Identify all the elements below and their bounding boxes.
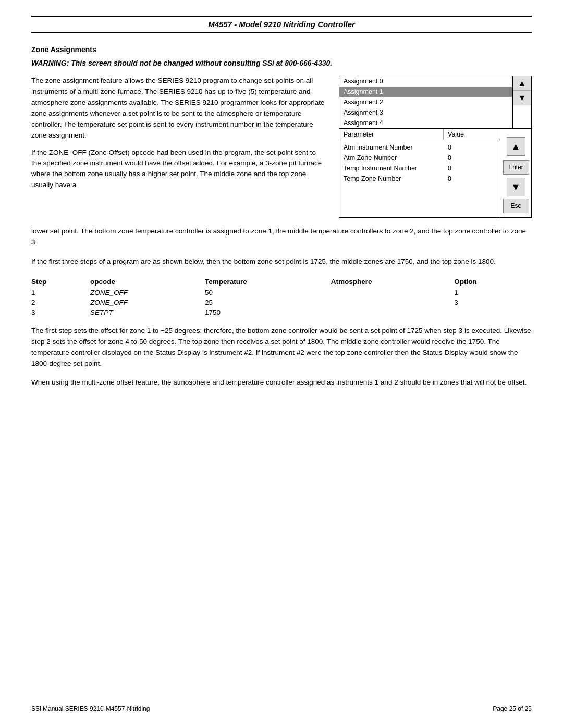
- table-row: Temp Zone Number 0: [339, 174, 500, 184]
- para1: The zone assignment feature allows the S…: [31, 76, 326, 141]
- step-table: Step opcode Temperature Atmosphere Optio…: [31, 276, 532, 317]
- list-item[interactable]: Assignment 2: [339, 97, 512, 107]
- ui-box: Assignment 0 Assignment 1 Assignment 2 A…: [339, 76, 532, 218]
- cell-step: 3: [31, 307, 90, 317]
- table-row: Atm Zone Number 0: [339, 153, 500, 163]
- page-header: M4557 - Model 9210 Nitriding Controller: [31, 16, 532, 33]
- param-header-row: Parameter Value: [339, 129, 500, 140]
- footer-right: Page 25 of 25: [493, 705, 532, 712]
- list-item[interactable]: Assignment 0: [339, 76, 512, 87]
- param-table-wrapper: Parameter Value Atm Instrument Number 0 …: [339, 129, 500, 217]
- cell-option: 1: [454, 288, 532, 298]
- content-area: The zone assignment feature allows the S…: [31, 76, 532, 218]
- para3: lower set point. The bottom zone tempera…: [31, 226, 532, 248]
- enter-button[interactable]: Enter: [503, 160, 529, 175]
- col-header-opcode: opcode: [90, 276, 205, 288]
- scroll-up-button[interactable]: ▲: [513, 76, 531, 91]
- cell-opcode: ZONE_OFF: [90, 298, 205, 307]
- param-name: Atm Zone Number: [339, 154, 444, 162]
- col-header-atmosphere: Atmosphere: [331, 276, 455, 288]
- col-header-step: Step: [31, 276, 90, 288]
- warning-text: WARNING: This screen should not be chang…: [31, 59, 532, 67]
- list-item[interactable]: Assignment 4: [339, 118, 512, 128]
- para6: When using the multi-zone offset feature…: [31, 377, 532, 388]
- para5: The first step sets the offset for zone …: [31, 326, 532, 369]
- cell-atmosphere: [331, 288, 455, 298]
- left-text: The zone assignment feature allows the S…: [31, 76, 326, 218]
- cell-opcode: ZONE_OFF: [90, 288, 205, 298]
- nav-up-button[interactable]: ▲: [507, 137, 525, 156]
- cell-opcode: SETPT: [90, 307, 205, 317]
- param-rows: Atm Instrument Number 0 Atm Zone Number …: [339, 140, 500, 186]
- cell-atmosphere: [331, 307, 455, 317]
- param-value: 0: [444, 154, 451, 162]
- scroll-down-button[interactable]: ▼: [513, 91, 531, 105]
- page-footer: SSi Manual SERIES 9210-M4557-Nitriding P…: [31, 705, 532, 712]
- param-value: 0: [444, 144, 451, 151]
- para2: If the ZONE_OFF (Zone Offset) opcode had…: [31, 147, 326, 191]
- param-value: 0: [444, 175, 451, 182]
- table-row: Atm Instrument Number 0: [339, 142, 500, 153]
- right-panel: Assignment 0 Assignment 1 Assignment 2 A…: [339, 76, 532, 218]
- cell-step: 2: [31, 298, 90, 307]
- table-row: Temp Instrument Number 0: [339, 163, 500, 174]
- param-value: 0: [444, 165, 451, 172]
- param-header-name: Parameter: [339, 129, 444, 140]
- col-header-temperature: Temperature: [205, 276, 331, 288]
- para4: If the first three steps of a program ar…: [31, 256, 532, 267]
- scroll-buttons-top: ▲ ▼: [512, 76, 531, 128]
- param-name: Atm Instrument Number: [339, 144, 444, 151]
- cell-atmosphere: [331, 298, 455, 307]
- assignment-items: Assignment 0 Assignment 1 Assignment 2 A…: [339, 76, 512, 128]
- cell-temperature: 1750: [205, 307, 331, 317]
- col-header-option: Option: [454, 276, 532, 288]
- header-title: M4557 - Model 9210 Nitriding Controller: [208, 20, 355, 29]
- table-row: 2 ZONE_OFF 25 3: [31, 298, 532, 307]
- param-name: Temp Instrument Number: [339, 165, 444, 172]
- param-name: Temp Zone Number: [339, 175, 444, 182]
- param-section: Parameter Value Atm Instrument Number 0 …: [339, 129, 531, 217]
- table-header-row: Step opcode Temperature Atmosphere Optio…: [31, 276, 532, 288]
- btn-group-top: ▲ Enter ▼: [503, 133, 529, 196]
- table-row: 3 SETPT 1750: [31, 307, 532, 317]
- list-item[interactable]: Assignment 3: [339, 107, 512, 118]
- cell-temperature: 25: [205, 298, 331, 307]
- table-row: 1 ZONE_OFF 50 1: [31, 288, 532, 298]
- btn-group-bottom: Esc: [503, 196, 529, 213]
- list-item[interactable]: Assignment 1: [339, 87, 512, 97]
- assignment-list: Assignment 0 Assignment 1 Assignment 2 A…: [339, 76, 531, 129]
- cell-step: 1: [31, 288, 90, 298]
- param-header-value: Value: [444, 129, 468, 140]
- nav-down-button[interactable]: ▼: [507, 178, 525, 196]
- right-buttons: ▲ Enter ▼ Esc: [500, 129, 531, 217]
- cell-option: 3: [454, 298, 532, 307]
- cell-temperature: 50: [205, 288, 331, 298]
- footer-left: SSi Manual SERIES 9210-M4557-Nitriding: [31, 705, 150, 712]
- esc-button[interactable]: Esc: [503, 199, 529, 213]
- cell-option: [454, 307, 532, 317]
- section-title: Zone Assignments: [31, 45, 532, 54]
